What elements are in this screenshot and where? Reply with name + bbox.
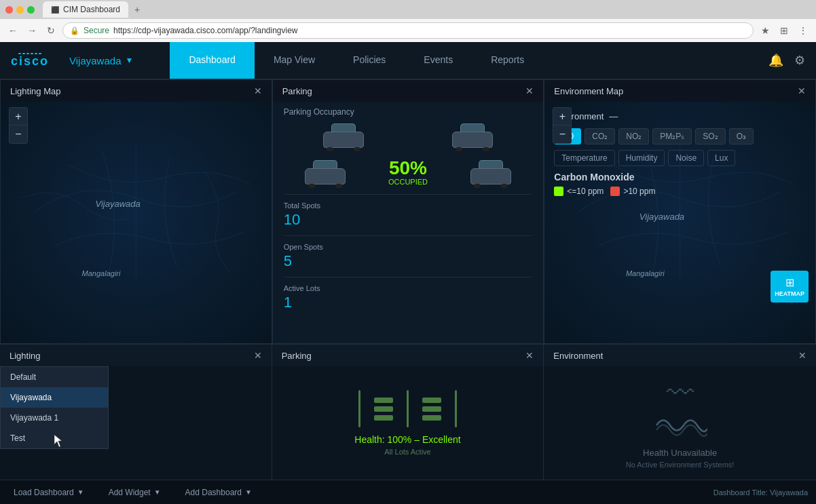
bottom-panels-row: Lighting ✕ Default Vijayawada Vijayawada… xyxy=(0,344,816,480)
add-widget-button[interactable]: Add Widget ▼ xyxy=(103,485,166,500)
environment-map-panel: Environment Map ✕ Environmen xyxy=(544,79,816,344)
environment-header-row: Environment — xyxy=(554,111,806,121)
env-tab-o3[interactable]: O₃ xyxy=(729,128,754,144)
lighting-bottom-panel: Lighting ✕ Default Vijayawada Vijayawada… xyxy=(0,345,272,480)
legend-green-box xyxy=(554,187,563,196)
env-tab-temperature[interactable]: Temperature xyxy=(554,150,614,166)
parking-slot-icon xyxy=(358,390,457,427)
parking-bottom-title: Parking xyxy=(282,351,312,361)
lighting-zoom-out[interactable]: − xyxy=(10,125,27,143)
parking-close[interactable]: ✕ xyxy=(525,85,534,96)
env-tab-so2[interactable]: SO₂ xyxy=(695,128,725,144)
tab-map-view[interactable]: Map View xyxy=(255,42,334,79)
parking-divider-2 xyxy=(284,235,533,236)
city-dropdown-arrow: ▼ xyxy=(125,56,133,65)
notification-button[interactable]: 🔔 xyxy=(768,53,783,68)
occupancy-percentage: 50% xyxy=(389,159,427,178)
load-dashboard-label: Load Dashboard xyxy=(14,488,74,497)
env-tab-lux[interactable]: Lux xyxy=(707,150,735,166)
extensions-button[interactable]: ⊞ xyxy=(777,23,792,38)
active-lots-label: Active Lots xyxy=(284,284,533,292)
env-tab-pm25[interactable]: PM₂P₅ xyxy=(652,128,692,144)
active-lots-value: 1 xyxy=(284,294,533,311)
environment-dash: — xyxy=(609,111,618,121)
menu-button[interactable]: ⋮ xyxy=(796,23,811,38)
legend-green-label: <=10 ppm xyxy=(567,187,604,196)
minimize-dot[interactable] xyxy=(16,6,24,14)
url-text: https://cdp-vijayawada.cisco.com/app/?la… xyxy=(113,26,297,35)
cisco-logo: cisco xyxy=(0,53,60,69)
total-spots-label: Total Spots xyxy=(284,201,533,210)
close-dot[interactable] xyxy=(5,6,13,14)
lighting-vijayawada-label: Vijayawada xyxy=(96,199,141,209)
active-lots-row: Active Lots 1 xyxy=(284,284,533,311)
env-tab-noise[interactable]: Noise xyxy=(668,150,704,166)
environment-vijayawada-label: Vijayawada xyxy=(639,212,684,222)
bottom-toolbar: Load Dashboard ▼ Add Widget ▼ Add Dashbo… xyxy=(0,480,816,504)
add-dashboard-button[interactable]: Add Dashboard ▼ xyxy=(180,485,257,500)
env-tab-humidity[interactable]: Humidity xyxy=(618,150,665,166)
tab-favicon: ⬛ xyxy=(51,6,59,14)
environment-map-bg: Environment — CO CO₂ NO₂ PM₂P₅ SO₂ O₃ Te… xyxy=(544,80,815,343)
lighting-map-header: Lighting Map ✕ xyxy=(1,80,272,102)
add-dashboard-label: Add Dashboard xyxy=(185,488,242,497)
tab-dashboard[interactable]: Dashboard xyxy=(170,42,255,79)
lighting-map-panel: Lighting Map ✕ xyxy=(0,79,272,344)
legend-green-item: <=10 ppm xyxy=(554,187,604,196)
browser-tab-bar: ⬛ CIM Dashboard + xyxy=(0,0,816,19)
parking-title: Parking xyxy=(282,86,312,96)
legend-items: <=10 ppm >10 ppm xyxy=(554,187,806,196)
parking-bottom-content: Health: 100% – Excellent All Lots Active xyxy=(272,366,544,480)
open-spots-value: 5 xyxy=(284,252,533,270)
top-navigation: cisco Vijayawada ▼ Dashboard Map View Po… xyxy=(0,42,816,79)
environment-unavailable-text: Health Unavailable xyxy=(626,448,735,458)
parking-occupancy-label: Parking Occupancy xyxy=(284,107,533,117)
environment-map-close[interactable]: ✕ xyxy=(798,85,806,96)
environment-zoom-in[interactable]: + xyxy=(553,108,571,125)
total-spots-row: Total Spots 10 xyxy=(284,201,533,229)
dropdown-item-default[interactable]: Default xyxy=(1,367,108,387)
forward-button[interactable]: → xyxy=(24,23,39,38)
heatmap-icon: ⊞ xyxy=(785,276,794,289)
legend-red-label: >10 ppm xyxy=(623,187,655,196)
parking-panel: Parking ✕ Parking Occupancy xyxy=(272,79,544,344)
new-tab-button[interactable]: + xyxy=(131,3,143,16)
environment-mangalagiri-label: Mangalagiri xyxy=(626,269,665,277)
main-content: Lighting Map ✕ xyxy=(0,79,816,480)
load-dashboard-button[interactable]: Load Dashboard ▼ xyxy=(8,485,90,500)
bookmark-button[interactable]: ★ xyxy=(758,23,773,38)
parking-bottom-close[interactable]: ✕ xyxy=(525,350,534,361)
environment-bottom-close[interactable]: ✕ xyxy=(798,350,806,361)
parking-middle-row: 50% OCCUPIED xyxy=(284,159,533,186)
env-tab-co2[interactable]: CO₂ xyxy=(585,128,615,144)
environment-zoom-out[interactable]: − xyxy=(553,125,571,143)
open-spots-label: Open Spots xyxy=(284,243,533,251)
settings-button[interactable]: ⚙ xyxy=(794,53,805,68)
lighting-bottom-close[interactable]: ✕ xyxy=(254,350,262,361)
browser-tab[interactable]: ⬛ CIM Dashboard xyxy=(43,1,128,18)
parking-health-sub: All Lots Active xyxy=(354,448,460,456)
reload-button[interactable]: ↻ xyxy=(43,23,58,38)
maximize-dot[interactable] xyxy=(27,6,35,14)
tab-events[interactable]: Events xyxy=(405,42,472,79)
parking-top-cars xyxy=(284,123,533,148)
parking-bottom-header: Parking ✕ xyxy=(272,345,544,366)
environment-zoom-controls: + − xyxy=(553,107,572,144)
add-widget-arrow: ▼ xyxy=(154,488,161,496)
address-bar[interactable]: 🔒 Secure https://cdp-vijayawada.cisco.co… xyxy=(62,22,754,39)
legend-title: Carbon Monoxide xyxy=(554,172,806,182)
lighting-map-close[interactable]: ✕ xyxy=(254,85,262,96)
lighting-zoom-in[interactable]: + xyxy=(10,108,27,125)
dropdown-item-vijayawada[interactable]: Vijayawada xyxy=(1,387,108,408)
tab-reports[interactable]: Reports xyxy=(472,42,543,79)
env-tab-no2[interactable]: NO₂ xyxy=(618,128,649,144)
dropdown-item-vijayawada1[interactable]: Vijayawada 1 xyxy=(1,408,108,428)
browser-nav-bar: ← → ↻ 🔒 Secure https://cdp-vijayawada.ci… xyxy=(0,19,816,42)
app-container: cisco Vijayawada ▼ Dashboard Map View Po… xyxy=(0,42,816,504)
heatmap-button[interactable]: ⊞ HEATMAP xyxy=(771,271,809,303)
legend-section: Carbon Monoxide <=10 ppm >10 ppm xyxy=(554,172,806,196)
environment-map-title: Environment Map xyxy=(554,86,623,96)
tab-policies[interactable]: Policies xyxy=(334,42,405,79)
back-button[interactable]: ← xyxy=(5,23,20,38)
city-selector[interactable]: Vijayawada ▼ xyxy=(60,51,143,71)
